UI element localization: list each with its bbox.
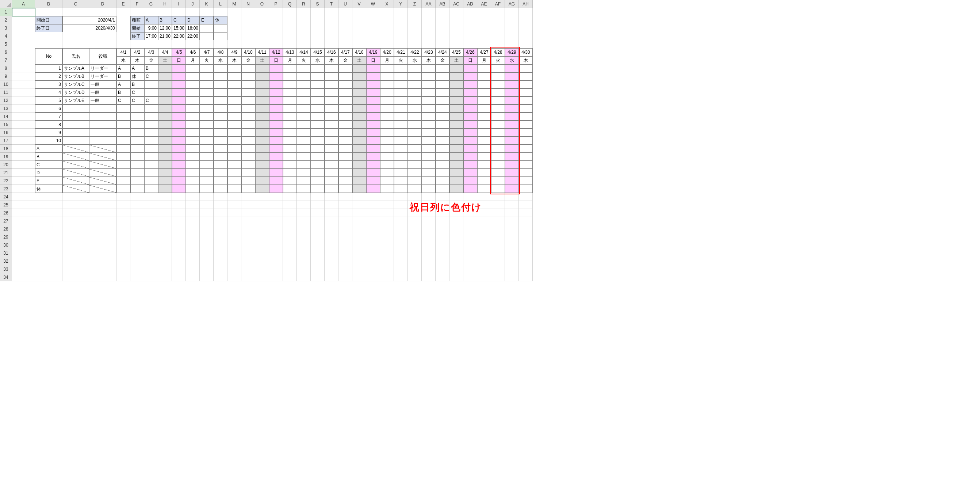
schedule-cell[interactable]: C bbox=[116, 96, 130, 105]
schedule-cell[interactable] bbox=[339, 121, 352, 129]
summary-cell[interactable] bbox=[394, 177, 408, 185]
cell[interactable] bbox=[380, 265, 394, 273]
summary-cell[interactable] bbox=[325, 185, 339, 193]
summary-diag[interactable] bbox=[89, 153, 116, 161]
cell[interactable] bbox=[325, 201, 339, 209]
summary-cell[interactable] bbox=[422, 169, 436, 177]
cell[interactable] bbox=[380, 201, 394, 209]
cell[interactable] bbox=[269, 209, 283, 217]
schedule-cell[interactable] bbox=[366, 80, 380, 88]
col-header[interactable]: Y bbox=[394, 0, 408, 8]
schedule-cell[interactable] bbox=[200, 137, 213, 145]
cell[interactable] bbox=[505, 16, 519, 24]
schedule-cell[interactable] bbox=[352, 129, 366, 137]
cell[interactable] bbox=[422, 193, 436, 201]
day-header[interactable]: 木 bbox=[422, 56, 436, 64]
cell[interactable] bbox=[297, 40, 311, 48]
schedule-cell[interactable] bbox=[228, 129, 241, 137]
schedule-cell[interactable] bbox=[380, 64, 394, 72]
summary-cell[interactable] bbox=[130, 161, 144, 169]
row-header[interactable]: 25 bbox=[0, 201, 12, 209]
row-no[interactable]: 2 bbox=[35, 72, 62, 80]
schedule-cell[interactable] bbox=[366, 64, 380, 72]
row-name[interactable]: サンプルE bbox=[62, 96, 89, 105]
col-header[interactable]: AC bbox=[449, 0, 463, 8]
schedule-cell[interactable]: C bbox=[130, 96, 144, 105]
cell[interactable] bbox=[158, 209, 172, 217]
cell[interactable] bbox=[297, 209, 311, 217]
cell[interactable] bbox=[89, 209, 116, 217]
schedule-cell[interactable] bbox=[228, 96, 241, 105]
date-header[interactable]: 4/18 bbox=[352, 48, 366, 56]
row-name[interactable]: サンプルC bbox=[62, 80, 89, 88]
summary-cell[interactable] bbox=[297, 169, 311, 177]
cell[interactable] bbox=[380, 233, 394, 241]
schedule-cell[interactable] bbox=[422, 137, 436, 145]
schedule-cell[interactable] bbox=[200, 113, 213, 121]
summary-cell[interactable] bbox=[436, 169, 449, 177]
cell[interactable] bbox=[505, 273, 519, 281]
summary-cell[interactable] bbox=[505, 169, 519, 177]
schedule-cell[interactable]: A bbox=[130, 64, 144, 72]
cell[interactable] bbox=[477, 249, 491, 257]
schedule-cell[interactable] bbox=[394, 129, 408, 137]
schedule-cell[interactable] bbox=[449, 64, 463, 72]
summary-label[interactable]: B bbox=[35, 153, 62, 161]
schedule-cell[interactable] bbox=[380, 96, 394, 105]
cell[interactable] bbox=[366, 217, 380, 225]
cell[interactable] bbox=[297, 233, 311, 241]
cell[interactable] bbox=[213, 273, 228, 281]
cell[interactable] bbox=[325, 233, 339, 241]
cell[interactable] bbox=[339, 209, 352, 217]
summary-cell[interactable] bbox=[255, 161, 269, 169]
summary-cell[interactable] bbox=[519, 145, 533, 153]
summary-cell[interactable] bbox=[505, 177, 519, 185]
row-header[interactable]: 29 bbox=[0, 233, 12, 241]
schedule-cell[interactable] bbox=[269, 72, 283, 80]
cell[interactable] bbox=[366, 8, 380, 16]
summary-cell[interactable] bbox=[519, 185, 533, 193]
summary-cell[interactable] bbox=[255, 185, 269, 193]
summary-cell[interactable] bbox=[213, 177, 228, 185]
summary-cell[interactable] bbox=[158, 169, 172, 177]
schedule-cell[interactable] bbox=[380, 105, 394, 113]
summary-cell[interactable] bbox=[158, 145, 172, 153]
cell[interactable] bbox=[422, 32, 436, 40]
cell[interactable] bbox=[158, 233, 172, 241]
schedule-cell[interactable] bbox=[269, 80, 283, 88]
schedule-cell[interactable] bbox=[366, 72, 380, 80]
schedule-cell[interactable] bbox=[241, 105, 255, 113]
summary-diag[interactable] bbox=[62, 153, 89, 161]
cell[interactable] bbox=[325, 225, 339, 233]
row-role[interactable]: リーダー bbox=[89, 64, 116, 72]
schedule-cell[interactable] bbox=[339, 72, 352, 80]
schedule-cell[interactable] bbox=[325, 64, 339, 72]
cell[interactable] bbox=[477, 193, 491, 201]
cell[interactable] bbox=[297, 273, 311, 281]
cell[interactable] bbox=[228, 193, 241, 201]
schedule-cell[interactable] bbox=[519, 105, 533, 113]
schedule-cell[interactable] bbox=[228, 64, 241, 72]
col-header[interactable]: Z bbox=[408, 0, 422, 8]
summary-cell[interactable] bbox=[269, 177, 283, 185]
cell[interactable] bbox=[505, 241, 519, 249]
schedule-cell[interactable] bbox=[352, 113, 366, 121]
row-header[interactable]: 16 bbox=[0, 129, 12, 137]
summary-cell[interactable] bbox=[283, 169, 297, 177]
cell[interactable] bbox=[241, 241, 255, 249]
cell[interactable] bbox=[505, 265, 519, 273]
summary-diag[interactable] bbox=[89, 169, 116, 177]
cell[interactable] bbox=[505, 257, 519, 265]
cell[interactable] bbox=[366, 265, 380, 273]
cell[interactable] bbox=[463, 249, 477, 257]
schedule-cell[interactable] bbox=[352, 96, 366, 105]
cell[interactable] bbox=[366, 225, 380, 233]
summary-cell[interactable] bbox=[255, 169, 269, 177]
summary-cell[interactable] bbox=[408, 161, 422, 169]
cell[interactable] bbox=[213, 233, 228, 241]
cell[interactable] bbox=[491, 233, 505, 241]
summary-cell[interactable] bbox=[491, 169, 505, 177]
schedule-cell[interactable] bbox=[477, 121, 491, 129]
cell[interactable] bbox=[477, 233, 491, 241]
cell[interactable] bbox=[89, 225, 116, 233]
